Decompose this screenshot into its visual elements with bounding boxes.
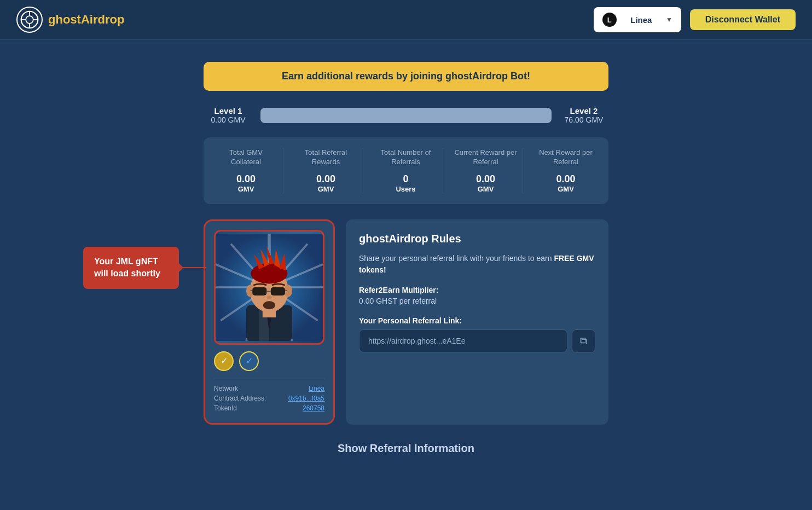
nft-rules-section: Your JML gNFT will load shortly — [204, 219, 608, 425]
rules-description: Share your personal referral link with y… — [359, 253, 595, 276]
nft-token-row: TokenId 260758 — [214, 404, 324, 412]
logo-text: ghostAirdrop — [48, 13, 124, 27]
svg-point-1 — [26, 16, 33, 24]
rules-card: ghostAirdrop Rules Share your personal r… — [346, 219, 608, 425]
copy-link-button[interactable]: ⧉ — [572, 329, 595, 353]
token-link[interactable]: 260758 — [303, 404, 324, 412]
show-referral-button[interactable]: Show Referral Information — [204, 442, 608, 455]
referral-link-row: https://airdrop.ghost...eA1Ee ⧉ — [359, 329, 595, 353]
rules-title: ghostAirdrop Rules — [359, 233, 595, 245]
progress-section: Level 1 0.00 GMV Level 2 76.00 GMV — [204, 106, 608, 124]
network-selector[interactable]: L Linea ▼ — [594, 7, 681, 32]
referral-link-label: Your Personal Referral Link: — [359, 316, 595, 325]
contract-link[interactable]: 0x91b...f0a5 — [288, 395, 324, 402]
network-icon: L — [602, 13, 617, 27]
disconnect-wallet-button[interactable]: Disconnect Wallet — [690, 9, 796, 30]
stats-grid: Total GMV Collateral 0.00 GMV Total Refe… — [204, 137, 608, 204]
nft-image — [214, 230, 324, 345]
reward-banner[interactable]: Earn additional rewards by joining ghost… — [204, 62, 608, 91]
level1-label: Level 1 0.00 GMV — [204, 106, 253, 124]
main-content: Earn additional rewards by joining ghost… — [193, 40, 619, 477]
nft-badges: ✓ ✓ — [214, 351, 324, 371]
network-name: Linea — [621, 15, 662, 25]
multiplier-value: 0.00 GHST per referral — [359, 297, 595, 305]
svg-rect-34 — [271, 287, 285, 295]
chevron-down-icon: ▼ — [666, 16, 672, 24]
logo-area: ghostAirdrop — [16, 7, 124, 33]
badge-gold: ✓ — [214, 351, 234, 371]
svg-point-39 — [263, 301, 275, 309]
jml-tooltip: Your JML gNFT will load shortly — [83, 247, 179, 289]
header-right: L Linea ▼ Disconnect Wallet — [594, 7, 796, 32]
stat-total-gmv: Total GMV Collateral 0.00 GMV — [209, 148, 283, 193]
stat-next-reward: Next Reward per Referral 0.00 GMV — [529, 148, 603, 193]
referral-link-display: https://airdrop.ghost...eA1Ee — [359, 329, 567, 352]
nft-card: ✓ ✓ Network Linea Contract Address: 0x91… — [204, 219, 335, 425]
progress-bar — [260, 108, 552, 123]
network-link[interactable]: Linea — [309, 385, 324, 392]
badge-blue: ✓ — [239, 351, 259, 371]
nft-contract-row: Contract Address: 0x91b...f0a5 — [214, 395, 324, 402]
stat-total-referrals: Total Number of Referrals 0 Users — [369, 148, 443, 193]
level2-label: Level 2 76.00 GMV — [559, 106, 608, 124]
svg-rect-26 — [263, 309, 276, 317]
nft-network-row: Network Linea — [214, 385, 324, 392]
multiplier-label: Refer2Earn Multiplier: — [359, 286, 595, 294]
stat-current-reward: Current Reward per Referral 0.00 GMV — [449, 148, 523, 193]
header: ghostAirdrop L Linea ▼ Disconnect Wallet — [0, 0, 812, 40]
logo-icon — [16, 7, 43, 33]
svg-point-38 — [266, 295, 271, 299]
stat-total-referral-rewards: Total Referral Rewards 0.00 GMV — [289, 148, 363, 193]
tooltip-arrow — [179, 263, 183, 272]
svg-rect-33 — [252, 287, 266, 295]
